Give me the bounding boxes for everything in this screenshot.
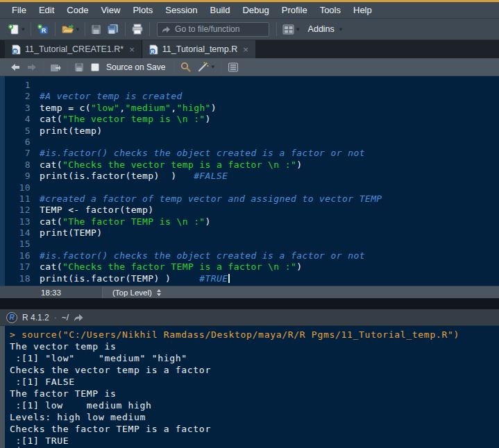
- menu-file[interactable]: File: [6, 2, 33, 18]
- line-number[interactable]: 8: [5, 160, 40, 171]
- open-file-button[interactable]: ▾: [58, 21, 83, 37]
- editor-tab-bar: R 11_Tutorial_CREATE1.R* × R 11_Tutorial…: [0, 40, 499, 58]
- scope-spinner-icon[interactable]: [157, 289, 161, 296]
- code-line[interactable]: 1: [5, 80, 499, 91]
- save-all-button[interactable]: [104, 21, 122, 37]
- code-editor[interactable]: 12#A vector temp is created3temp = c("lo…: [0, 76, 499, 286]
- line-number[interactable]: 10: [5, 182, 40, 193]
- code-line[interactable]: 5print(temp): [5, 126, 499, 137]
- toolbar-separator: [125, 22, 126, 36]
- r-logo-icon: R: [6, 312, 17, 323]
- line-number[interactable]: 6: [5, 137, 40, 148]
- goto-file-box[interactable]: [157, 22, 269, 37]
- r-file-icon: R: [12, 44, 21, 55]
- pane-layout-grid-icon: [282, 24, 294, 35]
- menu-build[interactable]: Build: [204, 2, 237, 18]
- line-number[interactable]: 12: [5, 205, 40, 216]
- code-line[interactable]: 17cat("Checks the factor TEMP is a facto…: [5, 261, 499, 273]
- code-line[interactable]: 7#is.factor() checks the object created …: [5, 148, 499, 159]
- code-line[interactable]: 6: [5, 137, 499, 148]
- console-output-line: Levels: high low medium: [10, 411, 499, 423]
- line-number[interactable]: 9: [5, 171, 40, 182]
- toolbar-separator: [55, 22, 56, 36]
- console-output-line: The factor TEMP is: [10, 388, 499, 399]
- line-number[interactable]: 16: [5, 250, 40, 261]
- new-project-button[interactable]: R: [34, 21, 52, 37]
- working-directory-label[interactable]: ~/: [62, 313, 69, 322]
- menu-tools[interactable]: Tools: [314, 2, 347, 18]
- open-in-new-window-button[interactable]: [46, 59, 65, 76]
- line-number[interactable]: 15: [5, 239, 40, 250]
- console-popout-icon[interactable]: [74, 313, 83, 322]
- scope-selector[interactable]: (Top Level): [103, 288, 161, 297]
- line-number[interactable]: 13: [5, 216, 40, 227]
- tab-tutorial-temp[interactable]: R 11_Tutorial_temp.R ×: [142, 40, 255, 58]
- pane-layout-dropdown-icon[interactable]: ▾: [296, 26, 300, 33]
- line-number[interactable]: 4: [5, 114, 40, 125]
- menu-code[interactable]: Code: [60, 2, 94, 18]
- tab-close-icon[interactable]: ×: [242, 45, 248, 54]
- code-text: cat("The vector temp is \n :"): [40, 114, 211, 125]
- line-number[interactable]: 14: [5, 227, 40, 239]
- new-file-icon: [8, 24, 19, 35]
- save-icon: [91, 24, 101, 35]
- code-line[interactable]: 14print(TEMP): [5, 227, 499, 239]
- code-line[interactable]: 3temp = c("low","medium","high"): [5, 103, 499, 114]
- line-number[interactable]: 18: [5, 273, 40, 284]
- menu-debug[interactable]: Debug: [236, 2, 275, 18]
- code-line[interactable]: 13cat("The factor TEMP is \n :"): [5, 216, 499, 227]
- line-number[interactable]: 3: [5, 103, 40, 114]
- code-tools-button[interactable]: ▾: [194, 59, 218, 76]
- print-button[interactable]: [128, 21, 146, 37]
- code-line[interactable]: 16#is.factor() checks the object created…: [5, 250, 499, 261]
- line-number[interactable]: 1: [5, 80, 40, 91]
- line-number[interactable]: 2: [5, 91, 40, 102]
- editor-fold-gutter: [0, 76, 5, 286]
- open-file-dropdown-icon[interactable]: ▾: [76, 26, 80, 33]
- code-text: cat("Checks the vector temp is a factor …: [40, 160, 302, 171]
- pane-divider[interactable]: [0, 298, 499, 309]
- code-line[interactable]: 10: [5, 182, 499, 193]
- new-file-button[interactable]: ▾: [5, 21, 28, 37]
- svg-text:R: R: [13, 49, 17, 53]
- code-line[interactable]: 4cat("The vector temp is \n :"): [5, 114, 499, 125]
- text-cursor: [228, 274, 230, 283]
- tab-close-icon[interactable]: ×: [128, 45, 135, 54]
- compile-report-button[interactable]: [224, 59, 242, 76]
- code-line[interactable]: 18print(is.factor(TEMP) ) #TRUE: [5, 273, 499, 284]
- code-line[interactable]: 8cat("Checks the vector temp is a factor…: [5, 160, 499, 171]
- menu-profile[interactable]: Profile: [276, 2, 314, 18]
- code-line[interactable]: 9print(is.factor(temp) ) #FALSE: [5, 171, 499, 182]
- pane-layout-button[interactable]: ▾: [280, 21, 303, 37]
- menu-plots[interactable]: Plots: [126, 2, 159, 18]
- addins-button[interactable]: Addins ▾: [303, 21, 346, 37]
- code-line[interactable]: 11#created a factor of temp vector and a…: [5, 193, 499, 205]
- find-replace-button[interactable]: [177, 59, 194, 76]
- line-number[interactable]: 5: [5, 126, 40, 137]
- tab-tutorial-create1[interactable]: R 11_Tutorial_CREATE1.R* ×: [5, 40, 142, 58]
- r-file-icon: R: [149, 44, 158, 55]
- menu-session[interactable]: Session: [159, 2, 203, 18]
- menu-help[interactable]: Help: [347, 2, 378, 18]
- menu-edit[interactable]: Edit: [33, 2, 60, 18]
- code-text: TEMP <- factor(temp): [40, 205, 154, 216]
- save-source-button[interactable]: [71, 59, 87, 76]
- save-button[interactable]: [88, 21, 104, 37]
- goto-file-input[interactable]: [175, 24, 282, 34]
- back-button[interactable]: [7, 59, 24, 76]
- toolbar-separator: [43, 60, 44, 74]
- code-tools-dropdown-icon[interactable]: ▾: [211, 64, 214, 70]
- code-line[interactable]: 12TEMP <- factor(temp): [5, 205, 499, 216]
- forward-button[interactable]: [24, 59, 40, 76]
- checkbox-icon: [91, 63, 99, 71]
- line-number[interactable]: 7: [5, 148, 40, 159]
- code-text: #is.factor() checks the object created i…: [40, 148, 365, 159]
- line-number[interactable]: 11: [5, 193, 40, 205]
- code-line[interactable]: 2#A vector temp is created: [5, 91, 499, 102]
- new-file-dropdown-icon[interactable]: ▾: [22, 26, 25, 33]
- source-on-save-checkbox[interactable]: [87, 59, 103, 76]
- line-number[interactable]: 17: [5, 261, 40, 273]
- console-pane[interactable]: > source("C:/Users/Nikhil Ramdass/Deskto…: [0, 326, 499, 448]
- code-line[interactable]: 15: [5, 239, 499, 250]
- menu-view[interactable]: View: [94, 2, 126, 18]
